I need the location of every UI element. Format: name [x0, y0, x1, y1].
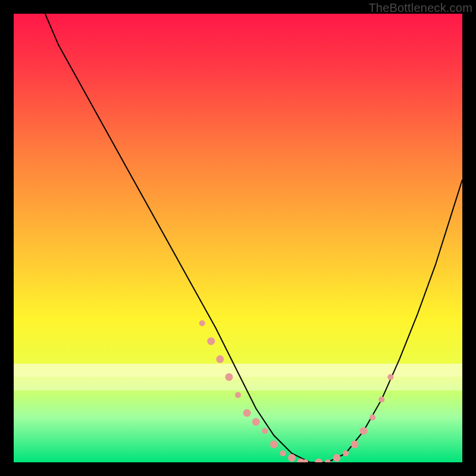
svg-point-7: [270, 440, 278, 448]
svg-rect-1: [14, 377, 462, 391]
chart-frame: [14, 14, 462, 462]
svg-point-16: [262, 428, 268, 434]
svg-point-3: [216, 355, 224, 363]
svg-point-23: [387, 374, 393, 380]
svg-point-5: [243, 409, 251, 417]
chart-svg: [14, 14, 462, 462]
svg-point-11: [333, 454, 340, 462]
svg-point-20: [343, 450, 349, 456]
svg-point-2: [207, 337, 215, 345]
chart-highlight-bands: [14, 364, 462, 390]
svg-point-8: [288, 454, 296, 462]
svg-point-14: [199, 320, 205, 326]
svg-point-6: [252, 418, 260, 426]
svg-point-15: [235, 392, 241, 398]
svg-point-17: [280, 450, 286, 456]
svg-point-12: [351, 440, 359, 448]
svg-point-4: [225, 373, 233, 381]
svg-point-22: [378, 396, 384, 402]
attribution-label: TheBottleneck.com: [368, 1, 472, 15]
svg-point-21: [369, 415, 375, 421]
svg-point-13: [360, 427, 368, 435]
